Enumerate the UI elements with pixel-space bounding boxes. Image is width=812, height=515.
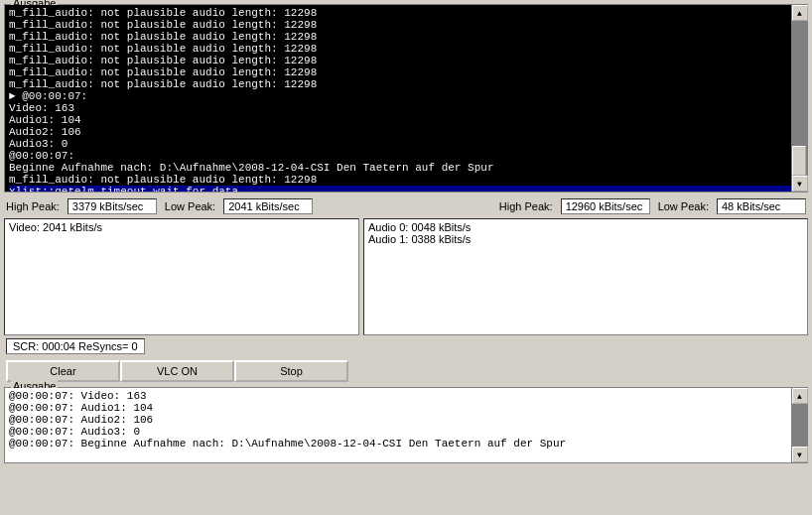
high-peak-2-label: High Peak: (499, 200, 553, 212)
bottom-scrollbar[interactable]: ▲ ▼ (791, 388, 807, 462)
video-line-1: Video: 2041 kBits/s (9, 221, 354, 233)
low-peak-1-value: 2041 kBits/sec (223, 198, 313, 214)
button-row: Clear VLC ON Stop (0, 357, 812, 385)
scroll-thumb[interactable] (792, 146, 806, 176)
bottom-scroll-track (792, 404, 807, 447)
bottom-log-line: @00:00:07: Video: 163 (9, 390, 805, 402)
log-line: m_fill_audio: not plausible audio length… (9, 19, 805, 31)
scroll-up-button[interactable]: ▲ (792, 5, 808, 21)
peak-row: High Peak: 3379 kBits/sec Low Peak: 2041… (0, 194, 812, 218)
bottom-scroll-down-button[interactable]: ▼ (792, 447, 808, 462)
ausgabe-bottom-section: Ausgabe @00:00:07: Video: 163 @00:00:07:… (4, 387, 808, 463)
top-scrollbar[interactable]: ▲ ▼ (791, 5, 807, 192)
stop-button[interactable]: Stop (234, 360, 348, 382)
ausgabe-top-log: m_fill_audio: not plausible audio length… (5, 5, 807, 192)
log-line: Audio3: 0 (9, 138, 805, 150)
log-line: Beginne Aufnahme nach: D:\Aufnahme\2008-… (9, 162, 805, 174)
ausgabe-bottom-log: @00:00:07: Video: 163 @00:00:07: Audio1:… (5, 388, 807, 462)
log-line: Audio1: 104 (9, 114, 805, 126)
bottom-scroll-up-button[interactable]: ▲ (792, 388, 808, 404)
log-line-highlighted: xlist::getelm timeout wait for data (9, 186, 805, 192)
video-panel: Video: 2041 kBits/s (4, 218, 359, 335)
scr-value: SCR: 000:04 ReSyncs= 0 (6, 338, 145, 354)
log-line: @00:00:07: (9, 150, 805, 162)
bottom-log-line: @00:00:07: Audio2: 106 (9, 414, 805, 426)
bottom-log-line: @00:00:07: Audio3: 0 (9, 426, 805, 438)
log-line-arrow: ► @00:00:07: (9, 90, 805, 102)
log-line: Video: 163 (9, 102, 805, 114)
log-line: m_fill_audio: not plausible audio length… (9, 31, 805, 43)
log-line: m_fill_audio: not plausible audio length… (9, 43, 805, 55)
high-peak-1-value: 3379 kBits/sec (68, 198, 157, 214)
high-peak-1-label: High Peak: (6, 200, 60, 212)
clear-button[interactable]: Clear (6, 360, 120, 382)
scroll-track (792, 21, 807, 176)
high-peak-2-value: 12960 kBits/sec (561, 198, 650, 214)
scroll-down-button[interactable]: ▼ (792, 176, 808, 192)
audio-line-1: Audio 0: 0048 kBits/s (368, 221, 803, 233)
audio-line-2: Audio 1: 0388 kBits/s (368, 233, 803, 245)
audio-panel: Audio 0: 0048 kBits/s Audio 1: 0388 kBit… (363, 218, 808, 335)
log-line: m_fill_audio: not plausible audio length… (9, 78, 805, 90)
log-line: Audio2: 106 (9, 126, 805, 138)
bottom-log-line: @00:00:07: Audio1: 104 (9, 402, 805, 414)
low-peak-1-label: Low Peak: (165, 200, 215, 212)
log-line: m_fill_audio: not plausible audio length… (9, 7, 805, 19)
bottom-log-line: @00:00:07: Beginne Aufnahme nach: D:\Auf… (9, 438, 805, 450)
low-peak-2-value: 48 kBits/sec (717, 198, 806, 214)
low-peak-2-label: Low Peak: (658, 200, 709, 212)
scr-row: SCR: 000:04 ReSyncs= 0 (0, 335, 812, 357)
log-line: m_fill_audio: not plausible audio length… (9, 55, 805, 66)
log-line: m_fill_audio: not plausible audio length… (9, 174, 805, 186)
log-line: m_fill_audio: not plausible audio length… (9, 66, 805, 78)
vlc-on-button[interactable]: VLC ON (120, 360, 234, 382)
ausgabe-top-section: Ausgabe m_fill_audio: not plausible audi… (4, 4, 808, 193)
panels-row: Video: 2041 kBits/s Audio 0: 0048 kBits/… (0, 218, 812, 335)
